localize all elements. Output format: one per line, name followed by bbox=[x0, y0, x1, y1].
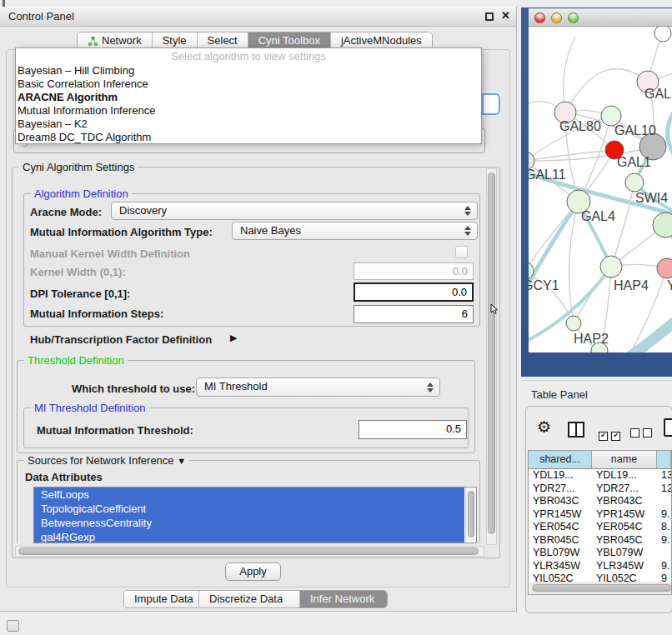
algorithm-combo-focus-fragment[interactable] bbox=[482, 93, 500, 115]
table-cell[interactable]: YDR27... bbox=[529, 482, 592, 496]
algorithm-option[interactable]: Mutual Information Inference bbox=[16, 104, 481, 118]
deselect-all-icon[interactable] bbox=[630, 426, 652, 441]
tab-discretize-data[interactable]: Discretize Data bbox=[199, 591, 300, 608]
table-cell[interactable]: YLR345W bbox=[592, 560, 657, 573]
table-cell[interactable]: YIL052C bbox=[529, 572, 592, 582]
panel-corner-icon[interactable] bbox=[7, 620, 19, 632]
table-cell[interactable]: YBL079W bbox=[592, 547, 657, 560]
network-window-titlebar[interactable] bbox=[529, 8, 672, 27]
settings-hscrollbar[interactable] bbox=[15, 546, 484, 557]
table-cell[interactable]: YLR345W bbox=[529, 560, 592, 573]
network-view-canvas[interactable]: GALGAL80GAL10GAL1GAL11SWI4GAL4GCY1HAP4YH… bbox=[529, 27, 672, 352]
table-hscrollbar-thumb[interactable] bbox=[532, 584, 672, 592]
kernel-width-field[interactable]: 0.0 bbox=[354, 262, 474, 280]
algorithm-option[interactable]: Bayesian – K2 bbox=[16, 118, 481, 131]
algorithm-option[interactable]: ARACNE Algorithm bbox=[16, 91, 481, 104]
apply-button[interactable]: Apply bbox=[225, 562, 281, 581]
table-cell[interactable] bbox=[657, 547, 671, 560]
attribute-list-item[interactable]: SelfLoops bbox=[34, 488, 464, 502]
table-cell[interactable] bbox=[657, 495, 671, 508]
hub-definition-label[interactable]: Hub/Transcription Factor Definition bbox=[30, 333, 212, 346]
table-row[interactable]: YDL19...YDL19...13 bbox=[529, 469, 671, 482]
table-cell[interactable]: YPR145W bbox=[592, 508, 657, 522]
tab-style[interactable]: Style bbox=[153, 32, 198, 49]
table-row[interactable]: YBL079WYBL079W bbox=[529, 547, 671, 560]
table-cell[interactable]: YBL079W bbox=[529, 547, 592, 560]
table-cell[interactable]: YPR145W bbox=[529, 508, 592, 522]
mi-type-combo[interactable]: Naive Bayes bbox=[232, 222, 478, 240]
manual-kernel-checkbox[interactable] bbox=[455, 246, 468, 258]
collapse-down-icon[interactable]: ▼ bbox=[177, 456, 186, 466]
network-node[interactable] bbox=[657, 258, 672, 278]
split-view-icon[interactable] bbox=[568, 422, 584, 438]
zoom-button[interactable] bbox=[568, 12, 579, 23]
column-header-name[interactable]: name bbox=[592, 451, 657, 469]
attribute-list-item[interactable]: TopologicalCoefficient bbox=[34, 502, 464, 516]
column-header-shared-name[interactable]: shared... bbox=[529, 451, 592, 469]
table-row[interactable]: YPR145WYPR145W9. bbox=[529, 508, 671, 522]
new-table-icon[interactable] bbox=[664, 418, 672, 437]
table-hscrollbar[interactable] bbox=[529, 582, 672, 593]
expand-right-icon[interactable]: ▶ bbox=[230, 332, 237, 343]
settings-vscrollbar[interactable] bbox=[486, 168, 497, 545]
mi-steps-field[interactable]: 6 bbox=[354, 305, 474, 323]
apply-label: Apply bbox=[239, 565, 267, 578]
settings-hscrollbar-thumb[interactable] bbox=[18, 548, 479, 555]
algorithm-option[interactable]: Basic Correlation Inference bbox=[16, 78, 481, 91]
attribute-list-item[interactable]: BetweennessCentrality bbox=[34, 516, 464, 530]
close-button[interactable] bbox=[534, 12, 545, 23]
gear-icon[interactable]: ⚙ bbox=[537, 419, 551, 435]
minimize-button[interactable] bbox=[551, 12, 562, 23]
table-cell[interactable]: YBR043C bbox=[592, 495, 657, 508]
network-node[interactable] bbox=[654, 27, 671, 42]
network-node[interactable] bbox=[653, 212, 672, 238]
tab-select[interactable]: Select bbox=[198, 32, 248, 49]
table-row[interactable]: YBR045CYBR045C9. bbox=[529, 534, 671, 548]
settings-vscrollbar-thumb[interactable] bbox=[488, 172, 495, 534]
network-node[interactable] bbox=[600, 256, 622, 278]
algorithm-option[interactable]: Dream8 DC_TDC Algorithm bbox=[16, 131, 481, 144]
table-row[interactable]: YIL052CYIL052C9 bbox=[529, 572, 671, 582]
mit-field[interactable]: 0.5 bbox=[359, 420, 467, 439]
table-row[interactable]: YBR043CYBR043C bbox=[529, 495, 671, 508]
table-cell[interactable]: YDL19... bbox=[592, 469, 657, 482]
table-row[interactable]: YLR345WYLR345W9. bbox=[529, 560, 671, 573]
network-node[interactable] bbox=[566, 316, 581, 331]
column-header-partial[interactable] bbox=[657, 451, 671, 469]
select-all-icon[interactable]: ✔ ✔ bbox=[599, 426, 620, 441]
table-cell[interactable]: YBR045C bbox=[529, 534, 592, 548]
tab-infer-network[interactable]: Infer Network bbox=[300, 591, 387, 608]
table-cell[interactable]: 9. bbox=[657, 508, 671, 522]
network-node-label: GAL4 bbox=[581, 209, 615, 223]
close-icon[interactable]: ✕ bbox=[501, 11, 510, 21]
table-cell[interactable]: YER054C bbox=[529, 521, 592, 534]
float-window-icon[interactable] bbox=[485, 12, 494, 21]
table-cell[interactable]: YDL19... bbox=[529, 469, 592, 482]
attribute-list-item[interactable]: gal4RGexp bbox=[34, 530, 464, 543]
algorithm-definition-title: Algorithm Definition bbox=[31, 188, 132, 200]
table-cell[interactable]: 12 bbox=[657, 482, 671, 496]
table-cell[interactable]: YBR045C bbox=[592, 534, 657, 548]
table-cell[interactable]: 8. bbox=[657, 521, 671, 534]
list-scrollbar[interactable] bbox=[465, 488, 475, 542]
network-node[interactable] bbox=[625, 173, 644, 192]
tab-impute-data[interactable]: Impute Data bbox=[124, 591, 199, 608]
tab-jactivemnodules[interactable]: jActiveMNodules bbox=[331, 32, 432, 49]
table-cell[interactable]: YIL052C bbox=[592, 572, 657, 582]
table-cell[interactable]: YDR27... bbox=[592, 482, 657, 496]
tab-network[interactable]: Network bbox=[78, 32, 153, 49]
table-cell[interactable]: YER054C bbox=[592, 521, 657, 534]
table-cell[interactable]: 9. bbox=[657, 560, 671, 573]
table-row[interactable]: YER054CYER054C8. bbox=[529, 521, 671, 534]
table-cell[interactable]: YBR043C bbox=[529, 495, 592, 508]
aracne-mode-combo[interactable]: Discovery bbox=[111, 202, 478, 220]
tab-cyni-toolbox[interactable]: Cyni Toolbox bbox=[248, 32, 331, 49]
list-scrollbar-thumb[interactable] bbox=[468, 491, 474, 538]
table-cell[interactable]: 9 bbox=[657, 572, 671, 582]
which-threshold-combo[interactable]: MI Threshold bbox=[196, 378, 440, 397]
algorithm-option[interactable]: Bayesian – Hill Climbing bbox=[16, 64, 481, 78]
table-cell[interactable]: 13 bbox=[657, 469, 671, 482]
table-row[interactable]: YDR27...YDR27...12 bbox=[529, 482, 671, 496]
dpi-tolerance-field[interactable]: 0.0 bbox=[354, 282, 474, 302]
table-cell[interactable]: 9. bbox=[657, 534, 671, 548]
